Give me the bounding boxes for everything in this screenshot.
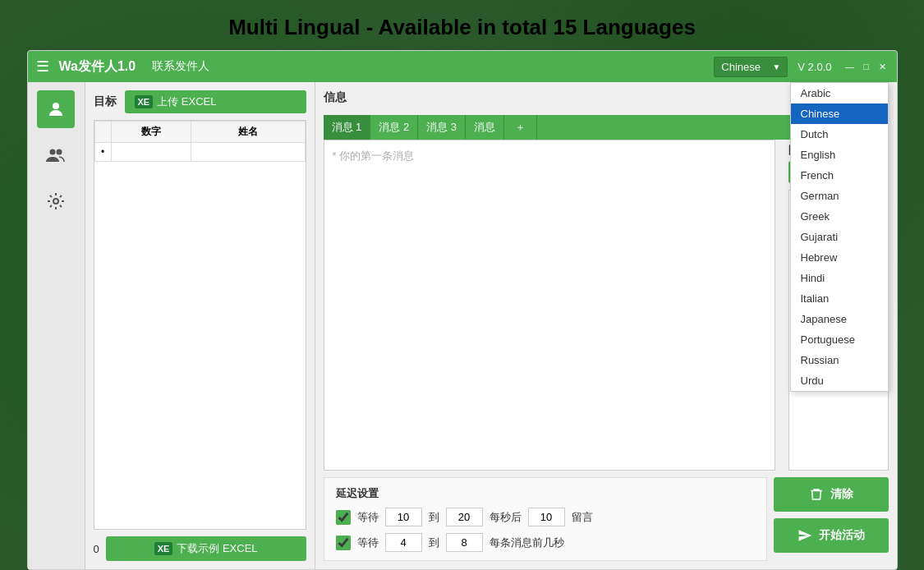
delay-val4-input[interactable] bbox=[446, 533, 483, 552]
close-button[interactable]: ✕ bbox=[877, 61, 889, 72]
message-placeholder: * 你的第一条消息 bbox=[333, 149, 415, 163]
comment-label: 留言 bbox=[572, 510, 593, 525]
delay-checkbox-1[interactable] bbox=[336, 510, 351, 525]
language-dropdown-list: ArabicChineseDutchEnglishFrenchGermanGre… bbox=[790, 82, 889, 392]
delay-label-2: 等待 bbox=[357, 536, 379, 550]
plus-icon: ＋ bbox=[515, 121, 526, 133]
number-input[interactable] bbox=[126, 146, 176, 158]
to-text-2: 到 bbox=[429, 536, 439, 550]
target-label: 目标 bbox=[94, 94, 117, 109]
name-input[interactable] bbox=[211, 146, 285, 158]
message-area[interactable]: * 你的第一条消息 bbox=[324, 140, 775, 471]
lang-selected-label: Chinese bbox=[721, 61, 761, 73]
app-name: Wa发件人1.0 bbox=[59, 58, 136, 76]
delay-val2-input[interactable] bbox=[446, 508, 483, 526]
chevron-down-icon: ▼ bbox=[772, 62, 780, 71]
lang-option-gujarati[interactable]: Gujarati bbox=[791, 227, 888, 247]
download-excel-button[interactable]: XE 下载示例 EXCEL bbox=[106, 536, 306, 561]
msg-tab-3[interactable]: 消息 3 bbox=[418, 115, 466, 140]
msg-tab-1[interactable]: 消息 1 bbox=[324, 115, 371, 140]
version-label: V 2.0.0 bbox=[798, 61, 831, 73]
window-controls: — □ ✕ bbox=[844, 61, 889, 72]
bottom-area: 延迟设置 等待 到 每秒后 留言 等待 bbox=[324, 477, 889, 561]
app-window: ☰ Wa发件人1.0 联系发件人 Chinese ▼ V 2.0.0 — □ ✕… bbox=[27, 50, 898, 570]
lang-option-portuguese[interactable]: Portuguese bbox=[791, 329, 888, 350]
delay-val1-input[interactable] bbox=[385, 508, 422, 526]
svg-point-2 bbox=[57, 149, 62, 155]
left-panel-header: 目标 XE 上传 EXCEL bbox=[94, 90, 306, 113]
upload-excel-button[interactable]: XE 上传 EXCEL bbox=[125, 90, 306, 113]
number-cell bbox=[111, 143, 191, 162]
clear-button[interactable]: 清除 bbox=[774, 477, 889, 512]
app-subtitle: 联系发件人 bbox=[152, 59, 209, 74]
lang-option-japanese[interactable]: Japanese bbox=[791, 309, 888, 329]
delay-row-1: 等待 到 每秒后 留言 bbox=[336, 508, 755, 526]
lang-option-urdu[interactable]: Urdu bbox=[791, 370, 888, 391]
lang-option-english[interactable]: English bbox=[791, 145, 888, 165]
sidebar-icon-group[interactable] bbox=[37, 136, 75, 174]
unit-text-2: 每条消息前几秒 bbox=[490, 536, 564, 550]
excel-dl-icon: XE bbox=[154, 542, 173, 555]
lang-option-arabic[interactable]: Arabic bbox=[791, 83, 888, 103]
lang-option-french[interactable]: French bbox=[791, 165, 888, 186]
language-dropdown[interactable]: Chinese ▼ bbox=[714, 57, 788, 77]
col-name: 姓名 bbox=[191, 122, 305, 143]
msg-tab-2[interactable]: 消息 2 bbox=[370, 115, 418, 140]
comment-input[interactable] bbox=[528, 508, 565, 526]
title-bar: ☰ Wa发件人1.0 联系发件人 Chinese ▼ V 2.0.0 — □ ✕ bbox=[28, 51, 897, 82]
delay-checkbox-2[interactable] bbox=[336, 536, 351, 550]
to-text-1: 到 bbox=[429, 510, 439, 525]
unit-text-1: 每秒后 bbox=[490, 510, 522, 525]
lang-option-dutch[interactable]: Dutch bbox=[791, 124, 888, 145]
lang-option-hindi[interactable]: Hindi bbox=[791, 268, 888, 288]
svg-point-0 bbox=[53, 103, 59, 109]
download-label: 下载示例 EXCEL bbox=[177, 541, 257, 556]
lang-option-chinese[interactable]: Chinese bbox=[791, 103, 888, 124]
sidebar-icon-tools[interactable] bbox=[37, 182, 75, 220]
count-badge: 0 bbox=[94, 543, 99, 555]
main-content: 目标 XE 上传 EXCEL 数字 姓名 bbox=[28, 82, 897, 569]
sidebar-icon-person[interactable] bbox=[37, 90, 75, 128]
page-title: Multi Lingual - Available in total 15 La… bbox=[0, 0, 924, 50]
delay-section: 延迟设置 等待 到 每秒后 留言 等待 bbox=[324, 477, 767, 561]
name-cell bbox=[191, 143, 305, 162]
svg-point-3 bbox=[53, 199, 58, 204]
delay-row-2: 等待 到 每条消息前几秒 bbox=[336, 533, 755, 552]
col-bullet bbox=[94, 122, 111, 143]
lang-option-greek[interactable]: Greek bbox=[791, 206, 888, 227]
minimize-button[interactable]: — bbox=[844, 61, 856, 72]
maximize-button[interactable]: □ bbox=[861, 61, 872, 72]
sidebar bbox=[28, 82, 85, 569]
action-buttons: 清除 开始活动 bbox=[774, 477, 889, 553]
lang-option-german[interactable]: German bbox=[791, 186, 888, 206]
message-left: * 你的第一条消息 bbox=[324, 140, 775, 471]
start-label: 开始活动 bbox=[819, 528, 865, 543]
col-number: 数字 bbox=[111, 122, 191, 143]
delay-label-1: 等待 bbox=[357, 510, 379, 525]
menu-icon[interactable]: ☰ bbox=[36, 57, 49, 76]
bullet-cell: • bbox=[94, 143, 111, 162]
add-message-button[interactable]: ＋ bbox=[504, 115, 537, 140]
delay-title: 延迟设置 bbox=[336, 486, 755, 501]
svg-point-1 bbox=[50, 149, 56, 155]
left-panel-footer: 0 XE 下载示例 EXCEL bbox=[94, 536, 306, 561]
lang-option-russian[interactable]: Russian bbox=[791, 350, 888, 370]
start-button[interactable]: 开始活动 bbox=[774, 518, 889, 553]
clear-label: 清除 bbox=[830, 487, 853, 502]
excel-icon: XE bbox=[135, 95, 154, 108]
info-label: 信息 bbox=[324, 90, 347, 105]
data-table: 数字 姓名 • bbox=[94, 120, 306, 530]
msg-tab-4[interactable]: 消息 bbox=[466, 115, 504, 140]
left-panel: 目标 XE 上传 EXCEL 数字 姓名 bbox=[85, 82, 315, 569]
delay-val3-input[interactable] bbox=[385, 533, 422, 552]
table-row: • bbox=[94, 143, 305, 162]
lang-option-italian[interactable]: Italian bbox=[791, 288, 888, 309]
upload-label: 上传 EXCEL bbox=[157, 94, 216, 109]
lang-option-hebrew[interactable]: Hebrew bbox=[791, 247, 888, 268]
